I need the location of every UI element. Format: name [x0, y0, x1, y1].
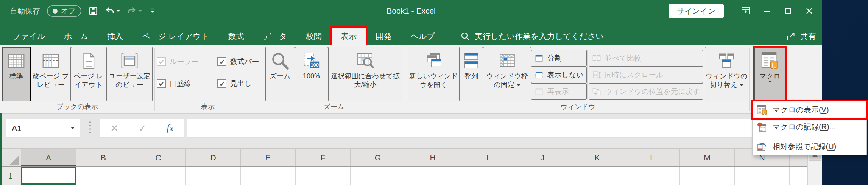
group-label-show: 表示: [156, 101, 260, 112]
cell[interactable]: [625, 167, 680, 185]
ribbon-display-options-button[interactable]: [737, 3, 755, 19]
tab-page-layout[interactable]: ページ レイアウト: [132, 27, 218, 45]
tab-developer[interactable]: 開発: [366, 27, 401, 45]
switch-windows-button[interactable]: ウィンドウの切り替え: [705, 47, 748, 101]
menu-item-view-macros[interactable]: マクロの表示(V): [753, 101, 866, 118]
unhide-button: 再表示: [531, 83, 587, 100]
menu-item-label: マクロの記録(R)...: [773, 122, 835, 132]
zoom-to-selection-button[interactable]: 選択範囲に合わせて拡大/縮小: [328, 47, 402, 101]
group-divider: [749, 48, 750, 111]
menu-item-record-macro[interactable]: マクロの記録(R)...: [753, 118, 866, 135]
menu-separator: [774, 137, 865, 137]
custom-views-icon: [120, 51, 139, 70]
zoom-100-icon: [302, 51, 321, 71]
column-header-e[interactable]: E: [241, 149, 296, 166]
cell[interactable]: [570, 167, 625, 185]
check-icon: [158, 80, 165, 87]
tab-view[interactable]: 表示: [331, 27, 366, 45]
cell[interactable]: [76, 167, 131, 185]
page-break-preview-button[interactable]: 改ページ プレビュー: [31, 47, 71, 101]
synchronous-scrolling-icon: [592, 70, 602, 80]
tab-formulas[interactable]: 数式: [218, 27, 253, 45]
zoom-100-button[interactable]: 100%: [295, 47, 328, 101]
column-header-l[interactable]: L: [625, 149, 680, 166]
reset-window-position-button: ウィンドウの位置を元に戻す: [589, 83, 703, 100]
formula-bar-checkbox[interactable]: 数式バー: [217, 57, 259, 67]
gridlines-checkbox[interactable]: 目盛線: [157, 79, 217, 89]
custom-views-button[interactable]: ユーザー設定のビュー: [106, 47, 153, 101]
cell[interactable]: [351, 167, 405, 185]
split-icon: [534, 53, 544, 63]
cell[interactable]: [296, 167, 351, 185]
tab-review[interactable]: 校閲: [296, 27, 331, 45]
tab-insert[interactable]: 挿入: [98, 27, 132, 45]
menu-item-use-relative-references[interactable]: 相対参照で記録(U): [753, 138, 866, 155]
cell[interactable]: [186, 167, 241, 185]
cell[interactable]: [460, 167, 515, 185]
cell[interactable]: [515, 167, 570, 185]
headings-checkbox-box: [217, 79, 226, 88]
split-button[interactable]: 分割: [531, 50, 587, 67]
column-header-k[interactable]: K: [570, 149, 625, 166]
tab-file[interactable]: ファイル: [3, 27, 55, 45]
column-header-a[interactable]: A: [21, 149, 76, 166]
formula-input[interactable]: [187, 119, 820, 138]
view-macros-icon: [756, 104, 768, 116]
tell-me-search[interactable]: 実行したい作業を入力してください: [460, 27, 604, 45]
insert-function-icon[interactable]: fx: [167, 123, 174, 134]
zoom-button[interactable]: ズーム: [265, 47, 295, 101]
page-layout-view-button[interactable]: ページ レイアウト: [71, 47, 106, 101]
hide-button[interactable]: 表示しない: [531, 67, 587, 83]
row-header-1[interactable]: 1: [0, 167, 21, 185]
column-header-f[interactable]: F: [296, 149, 351, 166]
arrange-all-button[interactable]: 整列: [460, 47, 483, 101]
column-header-d[interactable]: D: [186, 149, 241, 166]
tab-home[interactable]: ホーム: [55, 27, 98, 45]
formula-bar-resize-handle[interactable]: [89, 121, 91, 133]
macros-button[interactable]: マクロ: [754, 47, 786, 101]
cell[interactable]: [405, 167, 460, 185]
relative-references-icon: [756, 141, 768, 152]
redo-dropdown-caret: [138, 10, 142, 12]
headings-checkbox[interactable]: 見出し: [217, 79, 259, 89]
freeze-panes-button[interactable]: ウィンドウ枠の固定: [483, 47, 531, 101]
column-header-c[interactable]: C: [131, 149, 186, 166]
autosave-toggle[interactable]: オフ: [47, 5, 81, 17]
share-button[interactable]: 共有: [786, 31, 816, 42]
name-box-caret[interactable]: [71, 127, 75, 129]
customize-qat-button[interactable]: [149, 7, 156, 15]
normal-view-button[interactable]: 標準: [2, 47, 31, 101]
column-header-i[interactable]: I: [460, 149, 515, 166]
column-header-j[interactable]: J: [515, 149, 570, 166]
name-box[interactable]: A1: [6, 119, 80, 138]
minimize-icon: [762, 6, 772, 16]
zoom-icon: [270, 51, 290, 71]
group-inner-divider: [587, 50, 588, 99]
column-header-b[interactable]: B: [76, 149, 131, 166]
cell-a1-selected[interactable]: [21, 167, 76, 185]
column-header-m[interactable]: M: [680, 149, 735, 166]
column-header-g[interactable]: G: [351, 149, 405, 166]
group-label-window: ウィンドウ: [408, 101, 748, 112]
cell[interactable]: [241, 167, 296, 185]
minimize-button[interactable]: [758, 3, 776, 19]
ribbon-display-options-icon: [740, 6, 751, 16]
group-divider: [407, 48, 407, 111]
undo-dropdown-caret: [116, 10, 120, 12]
cell[interactable]: [131, 167, 186, 185]
tab-data[interactable]: データ: [253, 27, 296, 45]
tab-help[interactable]: ヘルプ: [401, 27, 444, 45]
cell[interactable]: [735, 167, 790, 185]
select-all-corner[interactable]: [0, 149, 21, 166]
freeze-panes-icon: [498, 51, 517, 70]
save-button[interactable]: [88, 6, 98, 16]
customize-qat-icon: [149, 7, 156, 15]
maximize-button[interactable]: [779, 3, 797, 19]
column-header-h[interactable]: H: [405, 149, 460, 166]
close-button[interactable]: [800, 3, 818, 19]
sign-in-button[interactable]: サインイン: [669, 4, 724, 18]
ribbon-tab-bar: ファイル ホーム 挿入 ページ レイアウト 数式 データ 校閲 表示 開発 ヘル…: [0, 22, 822, 45]
undo-button[interactable]: [105, 6, 120, 16]
cell[interactable]: [680, 167, 735, 185]
new-window-button[interactable]: 新しいウィンドウを開く: [408, 47, 460, 101]
